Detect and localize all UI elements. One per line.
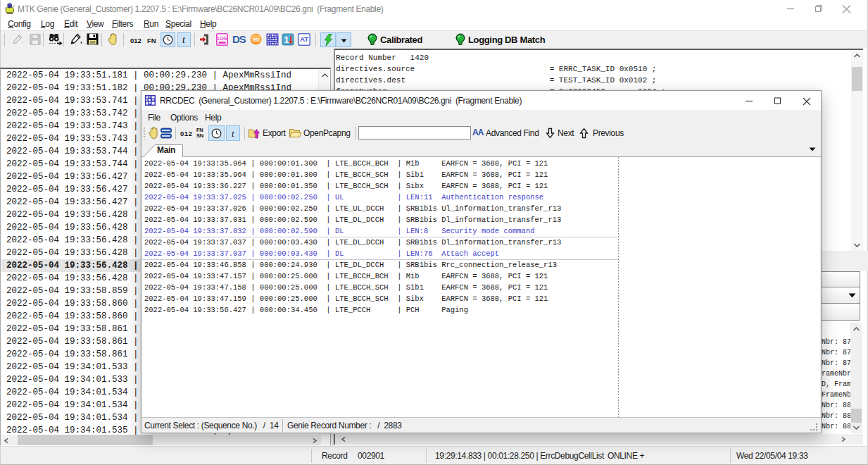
svg-text:GO: GO [252, 37, 260, 42]
svg-text:LOG: LOG [218, 36, 227, 41]
svg-text:AT: AT [300, 35, 308, 43]
svg-text:1: 1 [284, 35, 289, 45]
